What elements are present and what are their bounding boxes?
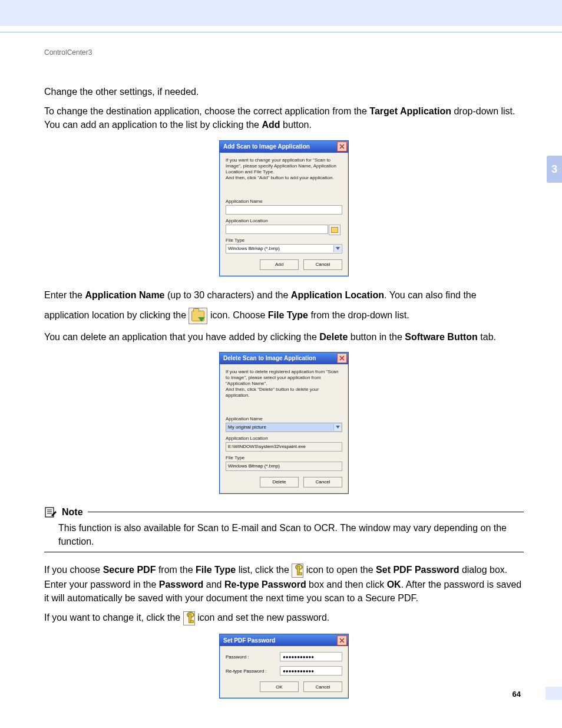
delete-button[interactable]: Delete [260,477,299,487]
application-name-field[interactable] [226,205,342,215]
browse-folder-icon [189,308,207,324]
bold-text: File Type [196,565,236,575]
password-field[interactable]: ●●●●●●●●●●● [280,652,342,661]
text: box and then click [306,579,387,589]
note-icon [44,506,57,519]
text: (up to 30 characters) and the [165,290,291,300]
note-footer-rule [44,552,524,552]
header-rule [0,32,562,32]
text: list, click the [236,565,292,575]
field-value: Windows Bitmap (*.bmp) [228,463,280,469]
note-body: This function is also available for Scan… [58,521,524,548]
note-title: Note [62,507,83,518]
retype-password-field[interactable]: ●●●●●●●●●●● [280,666,342,676]
header-band [0,0,562,26]
note-header: Note [44,506,524,519]
paragraph: If you choose Secure PDF from the File T… [44,563,524,605]
text: application location by clicking the [44,310,189,320]
field-value: My original picture [228,424,266,430]
field-value: Windows Bitmap (*.bmp) [228,246,280,251]
add-dialog-title: Add Scan to Image Application [223,143,310,150]
note-rule [88,512,524,512]
figure-pwd-dialog: Set PDF Password Password : ●●●●●●●●●●● … [44,634,524,699]
bold-text: Delete [319,332,348,342]
delete-dialog-description: If you want to delete registered applica… [226,369,342,398]
close-icon[interactable] [337,353,347,363]
text: Enter the [44,290,85,300]
text: button in the [348,332,405,342]
set-pdf-password-dialog: Set PDF Password Password : ●●●●●●●●●●● … [219,634,349,699]
page-content: ControlCenter3 Change the other settings… [44,48,524,710]
key-icon [183,611,195,625]
pwd-dialog-body: Password : ●●●●●●●●●●● Re-type Password … [220,646,348,698]
bold-text: OK [387,579,401,589]
label-application-location: Application Location [226,218,342,223]
text: To change the destination application, c… [44,106,369,116]
text: If you choose [44,565,103,575]
text: from the [156,565,196,575]
text: If you want to change it, click the [44,612,183,622]
application-location-field[interactable] [226,225,328,234]
paragraph: To change the destination application, c… [44,104,524,131]
ok-button[interactable]: OK [260,681,299,692]
paragraph: If you want to change it, click the icon… [44,611,524,625]
text: tab. [478,332,496,342]
delete-dialog: Delete Scan to Image Application If you … [219,352,349,494]
figure-add-dialog: Add Scan to Image Application If you wan… [44,140,524,276]
key-icon [292,564,303,578]
cancel-button[interactable]: Cancel [303,477,342,487]
paragraph: Enter the Application Name (up to 30 cha… [44,288,524,302]
bold-text: Application Name [85,290,164,300]
bold-text: Secure PDF [103,565,156,575]
text: You can delete an application that you h… [44,332,319,342]
label-application-name: Application Name [226,199,342,204]
text: . You can also find the [384,290,477,300]
paragraph: Change the other settings, if needed. [44,85,524,98]
text: and [203,579,224,589]
chevron-down-icon[interactable] [333,424,341,431]
text: from the drop-down list. [308,310,409,320]
application-name-field[interactable]: My original picture [226,423,342,432]
cancel-button[interactable]: Cancel [303,681,342,692]
paragraph: application location by clicking the ico… [44,308,524,324]
pwd-dialog-titlebar: Set PDF Password [220,634,348,646]
add-dialog-body: If you want to change your application f… [220,153,348,276]
text: icon and set the new password. [197,612,329,622]
paragraph: You can delete an application that you h… [44,330,524,344]
delete-dialog-titlebar: Delete Scan to Image Application [220,353,348,364]
cancel-button[interactable]: Cancel [303,259,342,270]
label-file-type: File Type [226,455,342,460]
bold-text: Add [262,120,280,130]
close-icon[interactable] [337,635,347,645]
text: icon. Choose [210,310,268,320]
bold-text: Application Location [291,290,384,300]
bold-text: Set PDF Password [376,565,459,575]
bold-text: Target Application [369,106,451,116]
running-header: ControlCenter3 [44,48,524,57]
text: button. [280,120,312,130]
text: icon to open the [306,565,376,575]
add-dialog: Add Scan to Image Application If you wan… [219,140,349,276]
label-password: Password : [226,654,274,660]
add-button[interactable]: Add [260,259,299,270]
browse-button[interactable] [329,225,340,235]
file-type-field: Windows Bitmap (*.bmp) [226,462,342,471]
file-type-field[interactable]: Windows Bitmap (*.bmp) [226,244,342,253]
folder-icon [331,227,338,233]
close-icon[interactable] [337,141,347,151]
add-dialog-titlebar: Add Scan to Image Application [220,141,348,153]
label-file-type: File Type [226,238,342,243]
page-number-stub [546,687,562,700]
label-application-name: Application Name [226,416,342,421]
bold-text: Software Button [405,332,478,342]
delete-dialog-body: If you want to delete registered applica… [220,364,348,493]
pwd-dialog-title: Set PDF Password [223,637,275,644]
field-value: E:\WINDOWS\system32\mspaint.exe [228,444,306,449]
add-dialog-description: If you want to change your application f… [226,157,342,181]
delete-dialog-title: Delete Scan to Image Application [223,355,316,361]
figure-delete-dialog: Delete Scan to Image Application If you … [44,352,524,494]
chevron-down-icon[interactable] [333,245,341,252]
label-application-location: Application Location [226,436,342,441]
application-location-field: E:\WINDOWS\system32\mspaint.exe [226,442,342,452]
bold-text: Password [159,579,204,589]
